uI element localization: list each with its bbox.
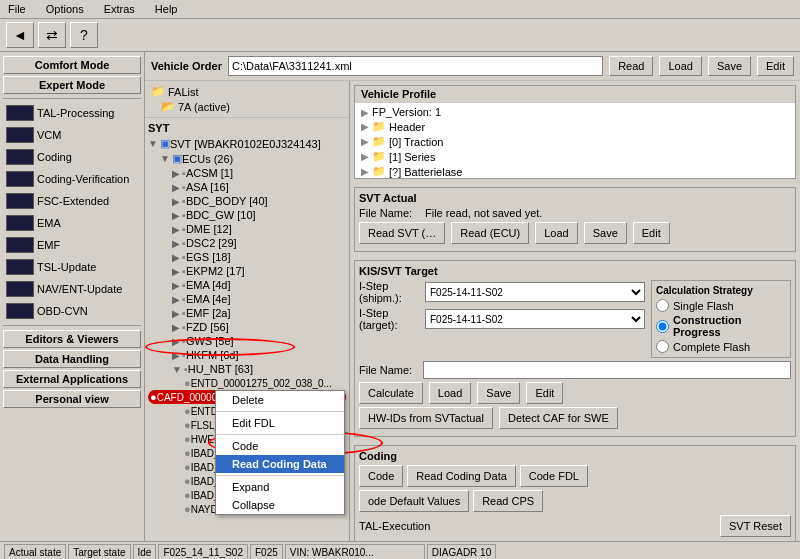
editors-viewers-button[interactable]: Editors & Viewers (3, 330, 141, 348)
istep-target-select[interactable]: F025-14-11-S02 (425, 309, 645, 329)
istep-shipm-select[interactable]: F025-14-11-S02 (425, 282, 645, 302)
vp-batterielase: ▶ 📁 [?] Batterielase (361, 164, 789, 178)
coding-title: Coding (359, 450, 791, 462)
tree-dme[interactable]: ▶ ▪ DME [12] (148, 222, 346, 236)
save-svt-button[interactable]: Save (584, 222, 627, 244)
context-collapse[interactable]: Collapse (216, 496, 344, 514)
expert-mode-button[interactable]: Expert Mode (3, 76, 141, 94)
tree-ema-4d[interactable]: ▶ ▪ EMA [4d] (148, 278, 346, 292)
code-fdl-button[interactable]: Code FDL (520, 465, 588, 487)
svt-actual-file-value: File read, not saved yet. (425, 207, 542, 219)
edit-svt-button[interactable]: Edit (633, 222, 670, 244)
sidebar-item-fsc-extended[interactable]: FSC-Extended (3, 191, 141, 211)
falist-label: FAList (168, 86, 199, 98)
falist-item: 📁 FAList (149, 84, 345, 99)
vp-header: ▶ 📁 Header (361, 119, 789, 134)
kis-filename-row: File Name: (359, 361, 791, 379)
vehicle-profile-header: Vehicle Profile (355, 86, 795, 103)
folder-icon: 📁 (372, 165, 386, 178)
construction-progress-radio[interactable]: Construction Progress (656, 314, 786, 338)
read-cps-button[interactable]: Read CPS (473, 490, 543, 512)
data-handling-button[interactable]: Data Handling (3, 350, 141, 368)
vo-edit-button[interactable]: Edit (757, 56, 794, 76)
svt-actual-buttons-row: Read SVT (… Read (ECU) Load Save Edit (359, 222, 791, 244)
calculate-button[interactable]: Calculate (359, 382, 423, 404)
vo-load-button[interactable]: Load (659, 56, 701, 76)
tree-bdc-body[interactable]: ▶ ▪ BDC_BODY [40] (148, 194, 346, 208)
tree-egs[interactable]: ▶ ▪ EGS [18] (148, 250, 346, 264)
tree-emf[interactable]: ▶ ▪ EMF [2a] (148, 306, 346, 320)
complete-flash-radio[interactable]: Complete Flash (656, 340, 786, 353)
hw-ids-button[interactable]: HW-IDs from SVTactual (359, 407, 493, 429)
kis-edit-button[interactable]: Edit (526, 382, 563, 404)
vehicle-profile-content: ▶ FP_Version: 1 ▶ 📁 Header ▶ 📁 [0] Tract… (355, 103, 795, 178)
forward-button[interactable]: ⇄ (38, 22, 66, 48)
sidebar-item-vcm[interactable]: VCM (3, 125, 141, 145)
svt-reset-button[interactable]: SVT Reset (720, 515, 791, 537)
sidebar-item-tal-processing[interactable]: TAL-Processing (3, 103, 141, 123)
load-svt-button[interactable]: Load (535, 222, 577, 244)
emf-icon (6, 237, 34, 253)
folder-icon: 📁 (372, 120, 386, 133)
folder-open-icon: 📂 (161, 100, 175, 113)
menu-options[interactable]: Options (42, 2, 88, 16)
svt-root[interactable]: ▼ ▣ SVT [WBAKR0102E0J324143] (148, 136, 346, 151)
detect-caf-button[interactable]: Detect CAF for SWE (499, 407, 618, 429)
tree-fzd[interactable]: ▶ ▪ FZD [56] (148, 320, 346, 334)
context-delete[interactable]: Delete (216, 391, 344, 409)
read-coding-data-button[interactable]: Read Coding Data (407, 465, 516, 487)
menu-help[interactable]: Help (151, 2, 182, 16)
sidebar-item-ema[interactable]: EMA (3, 213, 141, 233)
vehicle-order-input[interactable] (228, 56, 603, 76)
svt-actual-title: SVT Actual (359, 192, 791, 204)
tree-bdc-gw[interactable]: ▶ ▪ BDC_GW [10] (148, 208, 346, 222)
ema-icon (6, 215, 34, 231)
kis-buttons-row1: Calculate Load Save Edit (359, 382, 791, 404)
tree-asa[interactable]: ▶ ▪ ASA [16] (148, 180, 346, 194)
tree-hkfm[interactable]: ▶ ▪ HKFM [6d] (148, 348, 346, 362)
vo-save-button[interactable]: Save (708, 56, 751, 76)
menu-file[interactable]: File (4, 2, 30, 16)
tree-acsm[interactable]: ▶ ▪ ACSM [1] (148, 166, 346, 180)
personal-view-button[interactable]: Personal view (3, 390, 141, 408)
context-code[interactable]: Code (216, 437, 344, 455)
context-expand[interactable]: Expand (216, 478, 344, 496)
coding-icon (6, 149, 34, 165)
tree-gws[interactable]: ▶ ▪ GWS [5e] (148, 334, 346, 348)
kis-file-label: File Name: (359, 364, 419, 376)
fa-active-item[interactable]: 📂 7A (active) (149, 99, 345, 114)
context-read-coding-data[interactable]: Read Coding Data (216, 455, 344, 473)
code-button[interactable]: Code (359, 465, 403, 487)
tree-ema-4e[interactable]: ▶ ▪ EMA [4e] (148, 292, 346, 306)
tree-ekpm2[interactable]: ▶ ▪ EKPM2 [17] (148, 264, 346, 278)
sidebar-item-nav-ent-update[interactable]: NAV/ENT-Update (3, 279, 141, 299)
svt-actual-filename-row: File Name: File read, not saved yet. (359, 207, 791, 219)
context-sep-2 (216, 434, 344, 435)
sidebar-item-coding-verification[interactable]: Coding-Verification (3, 169, 141, 189)
menu-extras[interactable]: Extras (100, 2, 139, 16)
read-svt-button[interactable]: Read SVT (… (359, 222, 445, 244)
context-edit-fdl[interactable]: Edit FDL (216, 414, 344, 432)
tree-entd-1[interactable]: ● ENTD_00001275_002_038_0... (148, 376, 346, 390)
ide-cell: Ide (133, 544, 157, 560)
back-button[interactable]: ◄ (6, 22, 34, 48)
tree-dsc2[interactable]: ▶ ▪ DSC2 [29] (148, 236, 346, 250)
comfort-mode-button[interactable]: Comfort Mode (3, 56, 141, 74)
tree-hu-nbt[interactable]: ▼ ▪ HU_NBT [63] (148, 362, 346, 376)
istep-shipm-row: I-Step (shipm.): F025-14-11-S02 (359, 280, 645, 304)
external-applications-button[interactable]: External Applications (3, 370, 141, 388)
sidebar-item-tsl-update[interactable]: TSL-Update (3, 257, 141, 277)
code-default-values-button[interactable]: ode Default Values (359, 490, 469, 512)
single-flash-radio[interactable]: Single Flash (656, 299, 786, 312)
kis-file-input[interactable] (423, 361, 791, 379)
kis-save-button[interactable]: Save (477, 382, 520, 404)
sidebar-divider-2 (3, 325, 141, 326)
sidebar-item-coding[interactable]: Coding (3, 147, 141, 167)
sidebar-item-emf[interactable]: EMF (3, 235, 141, 255)
vo-read-button[interactable]: Read (609, 56, 653, 76)
help-button[interactable]: ? (70, 22, 98, 48)
kis-load-button[interactable]: Load (429, 382, 471, 404)
sidebar-item-obd-cvn[interactable]: OBD-CVN (3, 301, 141, 321)
ecus-item[interactable]: ▼ ▣ ECUs (26) (148, 151, 346, 166)
read-ecu-button[interactable]: Read (ECU) (451, 222, 529, 244)
